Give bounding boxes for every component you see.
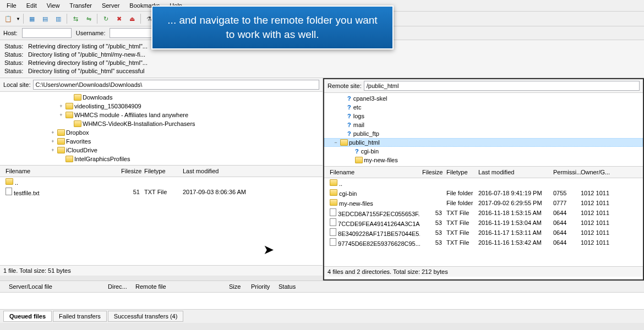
toggle-log-icon[interactable]: ▦ [26,13,38,25]
col-permissions[interactable]: Permissi... [551,169,578,175]
tree-item[interactable]: ?cpanel3-skel [324,94,643,103]
list-item[interactable]: my-new-filesFile folder2017-09-02 6:29:5… [324,198,643,208]
expander-icon[interactable] [347,157,354,163]
local-list-header[interactable]: Filename Filesize Filetype Last modified [0,166,323,177]
tree-item[interactable]: ?public_ftp [324,129,643,138]
refresh-icon[interactable]: ↻ [100,13,112,25]
list-item[interactable]: 3EDCD8A7155F2EC055653F...53TXT File2016-… [324,208,643,218]
menu-view[interactable]: View [42,1,64,10]
tree-item[interactable]: ?mail [324,120,643,129]
sitemanager-icon[interactable]: 📋 [2,13,14,25]
tree-item[interactable]: +WHMCS module - Affiliates land anywhere [0,111,323,119]
expander-icon[interactable]: + [58,103,64,109]
list-item[interactable]: .. [324,178,643,188]
tree-item[interactable]: ?etc [324,103,643,112]
question-icon: ? [347,94,351,103]
username-label: Username: [76,30,106,36]
tree-item[interactable]: +Dropbox [0,128,323,137]
expander-icon[interactable]: + [50,138,56,145]
col-modified[interactable]: Last modified [181,168,269,174]
expander-icon[interactable] [340,113,346,119]
disconnect-icon[interactable]: ⏏ [126,13,138,25]
tree-label: cpanel3-skel [353,94,388,103]
expander-icon[interactable] [66,120,73,127]
col-status[interactable]: Status [273,283,301,290]
host-input[interactable] [22,28,72,38]
folder-icon [330,179,337,186]
expander-icon[interactable] [347,148,354,155]
tree-item[interactable]: ?cgi-bin [324,147,643,156]
col-filename[interactable]: Filename [3,168,119,174]
tree-item[interactable]: +Favorites [0,137,323,146]
expander-icon[interactable] [340,95,346,102]
col-direction[interactable]: Direc... [102,283,130,290]
list-item[interactable]: 8E3409228AF171BE57044E5...53TXT File2016… [324,228,643,238]
toggle-queue-icon[interactable]: ▥ [52,13,64,25]
tree-item[interactable]: +iCloudDrive [0,146,323,155]
compare-icon[interactable]: ⇋ [83,13,95,25]
remote-file-list[interactable]: .. cgi-binFile folder2016-07-18 9:41:19 … [324,178,643,266]
menu-file[interactable]: File [2,1,21,10]
tree-item[interactable]: WHMCS-VideoKB-Installation-Purchasers [0,119,323,128]
tree-label: WHMCS module - Affiliates land anywhere [74,111,188,119]
local-path-input[interactable] [33,80,319,90]
tree-item[interactable]: my-new-files [324,156,643,164]
tree-item[interactable]: Downloads [0,93,323,102]
tree-item[interactable]: IntelGraphicsProfiles [0,155,323,163]
tab-failed[interactable]: Failed transfers [53,311,107,322]
expander-icon[interactable]: − [332,139,339,146]
tab-queued[interactable]: Queued files [3,311,52,322]
col-modified[interactable]: Last modified [476,169,551,175]
local-pane: Local site: Downloads+videolisting_15030… [0,78,323,280]
list-item[interactable]: cgi-binFile folder2016-07-18 9:41:19 PM0… [324,188,643,198]
toggle-tree-icon[interactable]: ▤ [39,13,51,25]
list-item[interactable]: 7CCDE9FEA49141264A3C1A...53TXT File2016-… [324,218,643,228]
col-priority[interactable]: Priority [245,283,273,290]
tree-item[interactable]: ?logs [324,112,643,120]
local-tree[interactable]: Downloads+videolisting_1503084909+WHMCS … [0,92,323,166]
col-size[interactable]: Size [223,283,245,290]
expander-icon[interactable] [340,130,346,137]
tree-label: logs [353,112,364,120]
local-file-list[interactable]: .. testfile.txt51TXT File2017-09-03 8:06… [0,177,323,265]
list-item[interactable]: testfile.txt51TXT File2017-09-03 8:06:36… [0,187,323,197]
col-filetype[interactable]: Filetype [444,169,476,175]
expander-icon[interactable]: + [50,147,56,153]
sync-icon[interactable]: ⇆ [69,13,81,25]
local-status: 1 file. Total size: 51 bytes [0,265,323,276]
menu-transfer[interactable]: Transfer [65,1,96,10]
file-icon [6,188,12,195]
col-filesize[interactable]: Filesize [420,169,444,175]
list-item[interactable]: 97745D6E82E59376628C95...53TXT File2016-… [324,238,643,248]
expander-icon[interactable] [58,156,64,162]
remote-list-header[interactable]: Filename Filesize Filetype Last modified… [324,167,643,178]
folder-icon [330,189,337,196]
remote-path-input[interactable] [364,81,640,91]
queue-body[interactable] [0,293,644,309]
col-owner[interactable]: Owner/G... [578,169,609,175]
remote-site-label: Remote site: [328,82,362,89]
folder-icon [57,138,65,145]
col-filesize[interactable]: Filesize [119,168,142,174]
tree-label: public_html [349,138,380,147]
col-server[interactable]: Server/Local file [3,283,102,290]
tree-item[interactable]: +videolisting_1503084909 [0,102,323,111]
col-remotefile[interactable]: Remote file [130,283,223,290]
tree-label: IntelGraphicsProfiles [74,155,130,163]
expander-icon[interactable]: + [58,112,64,118]
expander-icon[interactable]: + [50,129,56,136]
menu-server[interactable]: Server [97,1,124,10]
tab-successful[interactable]: Successful transfers (4) [108,311,184,322]
tree-label: etc [353,103,362,112]
col-filename[interactable]: Filename [328,169,420,175]
list-item[interactable]: .. [0,177,323,187]
dropdown-icon[interactable]: ▼ [15,13,21,25]
stop-icon[interactable]: ✖ [113,13,125,25]
col-filetype[interactable]: Filetype [142,168,181,174]
expander-icon[interactable] [340,122,346,128]
expander-icon[interactable] [340,104,346,111]
menu-edit[interactable]: Edit [22,1,41,10]
remote-tree[interactable]: ?cpanel3-skel?etc?logs?mail?public_ftp−p… [324,93,643,167]
expander-icon[interactable] [66,94,73,101]
tree-item[interactable]: −public_html [324,138,643,147]
